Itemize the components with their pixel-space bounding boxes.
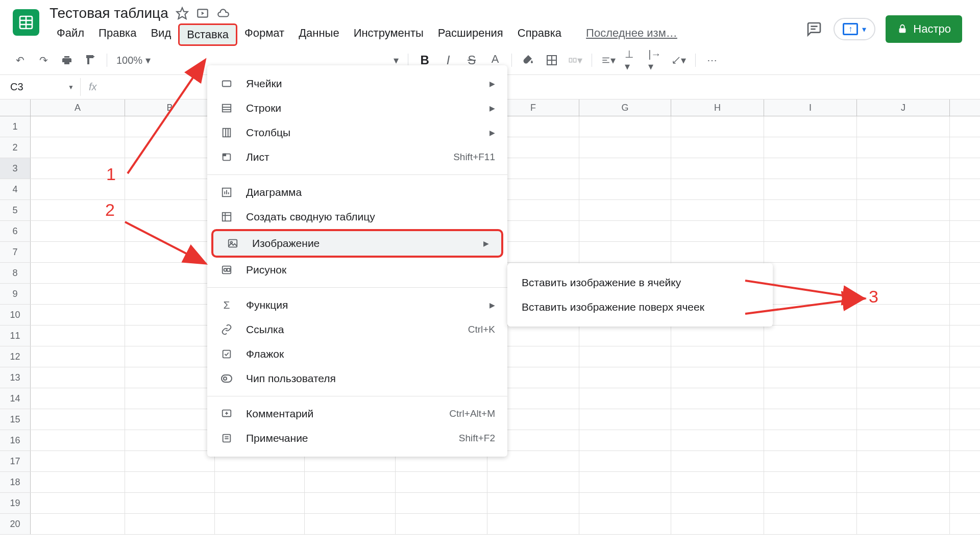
row-header[interactable]: 18 bbox=[0, 472, 31, 492]
cell[interactable] bbox=[487, 493, 579, 513]
cell[interactable] bbox=[125, 116, 215, 137]
cell[interactable] bbox=[857, 493, 950, 513]
zoom-control[interactable]: 100% ▾ bbox=[116, 54, 151, 66]
cell[interactable] bbox=[857, 200, 950, 220]
cell[interactable] bbox=[579, 367, 671, 388]
cell[interactable] bbox=[125, 472, 215, 492]
print-icon[interactable] bbox=[60, 53, 74, 67]
more-icon[interactable]: ⋯ bbox=[705, 53, 719, 67]
cell[interactable] bbox=[671, 430, 764, 450]
menu-edit[interactable]: Правка bbox=[91, 23, 143, 46]
menu-insert[interactable]: Вставка bbox=[178, 23, 237, 46]
row-header[interactable]: 11 bbox=[0, 325, 31, 346]
row-header[interactable]: 17 bbox=[0, 451, 31, 471]
row-header[interactable]: 19 bbox=[0, 493, 31, 513]
menu-extensions[interactable]: Расширения bbox=[431, 23, 510, 46]
cell[interactable] bbox=[857, 158, 950, 179]
cell[interactable] bbox=[31, 137, 125, 158]
menu-tools[interactable]: Инструменты bbox=[347, 23, 431, 46]
cell[interactable] bbox=[579, 430, 671, 450]
row-header[interactable]: 16 bbox=[0, 430, 31, 450]
cell[interactable] bbox=[764, 137, 857, 158]
row-header[interactable]: 5 bbox=[0, 200, 31, 220]
dd-columns[interactable]: Столбцы▶ bbox=[207, 120, 507, 145]
cell[interactable] bbox=[31, 158, 125, 179]
wrap-icon[interactable]: |→ ▾ bbox=[648, 53, 663, 67]
cell[interactable] bbox=[857, 116, 950, 137]
cell[interactable] bbox=[764, 472, 857, 492]
cell[interactable] bbox=[671, 242, 764, 262]
cell[interactable] bbox=[764, 325, 857, 346]
cell[interactable] bbox=[396, 472, 487, 492]
col-header[interactable]: G bbox=[579, 99, 671, 116]
col-header[interactable]: B bbox=[125, 99, 215, 116]
cell[interactable] bbox=[31, 200, 125, 220]
cell[interactable] bbox=[764, 493, 857, 513]
cell[interactable] bbox=[671, 514, 764, 534]
cell[interactable] bbox=[857, 305, 950, 325]
cell[interactable] bbox=[579, 325, 671, 346]
dd-note[interactable]: ПримечаниеShift+F2 bbox=[207, 426, 507, 450]
cell[interactable] bbox=[579, 242, 671, 262]
cell[interactable] bbox=[125, 346, 215, 367]
cell[interactable] bbox=[579, 346, 671, 367]
cell[interactable] bbox=[857, 430, 950, 450]
dd-chart[interactable]: Диаграмма bbox=[207, 180, 507, 205]
cell[interactable] bbox=[857, 451, 950, 471]
cell[interactable] bbox=[125, 367, 215, 388]
cloud-icon[interactable] bbox=[216, 7, 230, 20]
cell[interactable] bbox=[396, 514, 487, 534]
cell[interactable] bbox=[764, 116, 857, 137]
name-box[interactable]: C3▼ bbox=[4, 78, 81, 96]
redo-icon[interactable]: ↷ bbox=[36, 53, 51, 67]
row-header[interactable]: 15 bbox=[0, 409, 31, 430]
cell[interactable] bbox=[31, 472, 125, 492]
menu-help[interactable]: Справка bbox=[510, 23, 569, 46]
cell[interactable] bbox=[31, 451, 125, 471]
row-header[interactable]: 14 bbox=[0, 388, 31, 409]
cell[interactable] bbox=[857, 325, 950, 346]
cell[interactable] bbox=[579, 451, 671, 471]
sub-image-over-cells[interactable]: Вставить изображение поверх ячеек bbox=[507, 295, 773, 319]
cell[interactable] bbox=[31, 325, 125, 346]
cell[interactable] bbox=[764, 346, 857, 367]
cell[interactable] bbox=[671, 472, 764, 492]
cell[interactable] bbox=[671, 116, 764, 137]
row-header[interactable]: 9 bbox=[0, 284, 31, 304]
row-header[interactable]: 13 bbox=[0, 367, 31, 388]
col-header[interactable]: I bbox=[764, 99, 857, 116]
cell[interactable] bbox=[215, 472, 305, 492]
cell[interactable] bbox=[671, 451, 764, 471]
cell[interactable] bbox=[31, 409, 125, 430]
row-header[interactable]: 7 bbox=[0, 242, 31, 262]
dd-checkbox[interactable]: Флажок bbox=[207, 342, 507, 366]
cell[interactable] bbox=[125, 305, 215, 325]
cell[interactable] bbox=[857, 263, 950, 283]
cell[interactable] bbox=[764, 388, 857, 409]
cell[interactable] bbox=[125, 200, 215, 220]
menu-file[interactable]: Файл bbox=[50, 23, 91, 46]
row-header[interactable]: 1 bbox=[0, 116, 31, 137]
cell[interactable] bbox=[125, 493, 215, 513]
dd-cells[interactable]: Ячейки▶ bbox=[207, 71, 507, 96]
cell[interactable] bbox=[764, 179, 857, 199]
cell[interactable] bbox=[31, 179, 125, 199]
cell[interactable] bbox=[764, 158, 857, 179]
doc-title[interactable]: Тестовая таблица bbox=[50, 5, 168, 21]
cell[interactable] bbox=[764, 430, 857, 450]
cell[interactable] bbox=[671, 325, 764, 346]
cell[interactable] bbox=[125, 137, 215, 158]
cell[interactable] bbox=[857, 242, 950, 262]
cell[interactable] bbox=[671, 179, 764, 199]
dd-link[interactable]: СсылкаCtrl+K bbox=[207, 317, 507, 342]
cell[interactable] bbox=[671, 158, 764, 179]
cell[interactable] bbox=[579, 472, 671, 492]
present-button[interactable]: ↑ ▾ bbox=[834, 18, 875, 40]
cell[interactable] bbox=[857, 284, 950, 304]
last-edit-link[interactable]: Последнее изм… bbox=[579, 23, 684, 46]
cell[interactable] bbox=[125, 284, 215, 304]
cell[interactable] bbox=[671, 137, 764, 158]
cell[interactable] bbox=[487, 514, 579, 534]
row-header[interactable]: 12 bbox=[0, 346, 31, 367]
cell[interactable] bbox=[579, 200, 671, 220]
